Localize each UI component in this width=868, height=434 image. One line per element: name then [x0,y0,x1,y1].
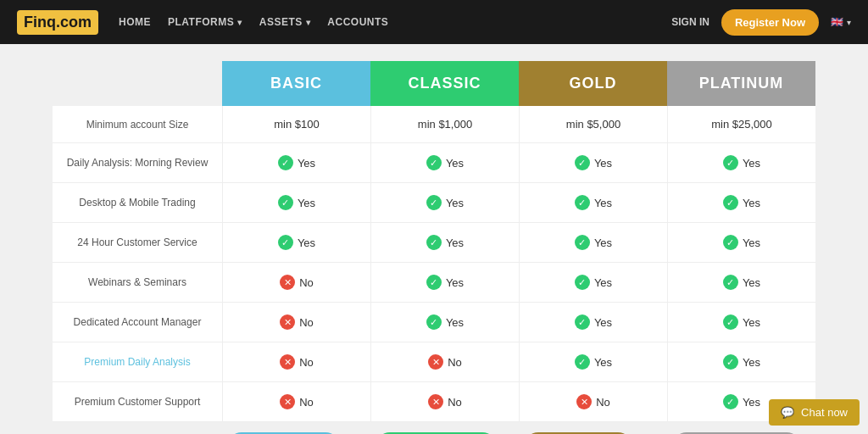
check-icon: ✓ [426,155,442,170]
check-icon: ✓ [426,275,442,290]
row-3-cell-1: ✓Yes [370,223,519,263]
check-icon: ✓ [575,195,590,210]
row-6-cell-0: ✕No [222,342,370,382]
logo[interactable]: Finq.com [17,10,98,35]
header-classic: CLASSIC [370,61,519,106]
cross-icon: ✕ [280,275,295,290]
check-icon: ✓ [278,235,293,250]
check-icon: ✓ [723,275,738,290]
cross-icon: ✕ [428,354,443,370]
row-label-2: Desktop & Mobile Trading [53,183,222,223]
flag-icon: 🇬🇧 [831,16,843,28]
nav-right: SIGN IN Register Now 🇬🇧 [671,9,851,36]
row-5-cell-3: ✓Yes [667,303,815,342]
nav-accounts[interactable]: ACCOUNTS [327,16,388,28]
row-label-5: Dedicated Account Manager [53,303,222,342]
comparison-table: BASIC CLASSIC GOLD PLATINUM Minimum acco… [53,61,815,434]
row-label-6[interactable]: Premium Daily Analysis [53,342,222,382]
check-icon: ✓ [723,314,738,330]
row-label-3: 24 Hour Customer Service [53,223,222,263]
row-0-cell-2: min $5,000 [519,106,667,143]
cross-icon: ✕ [280,314,295,330]
check-icon: ✓ [278,195,293,210]
language-chevron-icon [847,16,851,28]
row-label-1: Daily Analysis: Morning Review [53,143,222,183]
row-0-cell-1: min $1,000 [370,106,519,143]
check-icon: ✓ [575,354,590,370]
check-icon: ✓ [426,314,442,330]
row-1-cell-2: ✓Yes [519,143,667,183]
row-5-cell-0: ✕No [222,303,370,342]
row-6-cell-3: ✓Yes [667,342,815,382]
row-2-cell-1: ✓Yes [370,183,519,223]
nav-platforms[interactable]: PLATFORMS [168,16,242,28]
row-4-cell-3: ✓Yes [667,263,815,303]
row-0-cell-3: min $25,000 [667,106,815,143]
header-platinum: PLATINUM [667,61,815,106]
cross-icon: ✕ [576,394,592,409]
row-7-cell-0: ✕No [222,382,370,422]
row-label-7: Premium Customer Support [53,382,222,422]
check-icon: ✓ [723,394,738,409]
check-icon: ✓ [723,155,738,170]
chat-icon: 💬 [781,406,794,419]
chat-button[interactable]: 💬 Chat now [769,399,860,426]
chat-label: Chat now [801,406,848,419]
row-7-cell-2: ✕No [519,382,667,422]
cross-icon: ✕ [280,354,295,370]
check-icon: ✓ [575,275,590,290]
row-6-cell-2: ✓Yes [519,342,667,382]
row-5-cell-1: ✓Yes [370,303,519,342]
logo-text: Finq.com [24,14,92,31]
header-basic: BASIC [222,61,370,106]
header-empty-cell [53,61,222,106]
language-selector[interactable]: 🇬🇧 [831,16,851,28]
row-3-cell-0: ✓Yes [222,223,370,263]
check-icon: ✓ [723,195,738,210]
header-gold: GOLD [519,61,667,106]
cross-icon: ✕ [280,394,295,409]
check-icon: ✓ [723,354,738,370]
row-4-cell-1: ✓Yes [370,263,519,303]
nav-home[interactable]: HOME [119,16,151,28]
register-button[interactable]: Register Now [721,9,819,36]
row-4-cell-0: ✕No [222,263,370,303]
table-body: Minimum account Sizemin $100min $1,000mi… [53,106,815,422]
row-2-cell-0: ✓Yes [222,183,370,223]
check-icon: ✓ [426,235,442,250]
row-1-cell-3: ✓Yes [667,143,815,183]
cross-icon: ✕ [428,394,443,409]
check-icon: ✓ [426,195,442,210]
row-1-cell-1: ✓Yes [370,143,519,183]
check-icon: ✓ [575,314,590,330]
sign-in-button[interactable]: SIGN IN [671,16,709,28]
row-label-4: Webinars & Seminars [53,263,222,303]
nav-items: HOME PLATFORMS ASSETS ACCOUNTS [119,16,671,28]
row-3-cell-3: ✓Yes [667,223,815,263]
row-label-0: Minimum account Size [53,106,222,143]
nav-assets[interactable]: ASSETS [259,16,311,28]
row-4-cell-2: ✓Yes [519,263,667,303]
row-3-cell-2: ✓Yes [519,223,667,263]
navbar: Finq.com HOME PLATFORMS ASSETS ACCOUNTS … [0,0,868,44]
row-1-cell-0: ✓Yes [222,143,370,183]
check-icon: ✓ [575,235,590,250]
row-5-cell-2: ✓Yes [519,303,667,342]
assets-chevron-icon [306,16,311,28]
row-6-cell-1: ✕No [370,342,519,382]
main-content: BASIC CLASSIC GOLD PLATINUM Minimum acco… [0,44,868,434]
row-2-cell-3: ✓Yes [667,183,815,223]
check-icon: ✓ [278,155,293,170]
platforms-chevron-icon [237,16,242,28]
check-icon: ✓ [575,155,590,170]
table-header-row: BASIC CLASSIC GOLD PLATINUM [53,61,815,106]
row-2-cell-2: ✓Yes [519,183,667,223]
row-0-cell-0: min $100 [222,106,370,143]
check-icon: ✓ [723,235,738,250]
row-7-cell-1: ✕No [370,382,519,422]
